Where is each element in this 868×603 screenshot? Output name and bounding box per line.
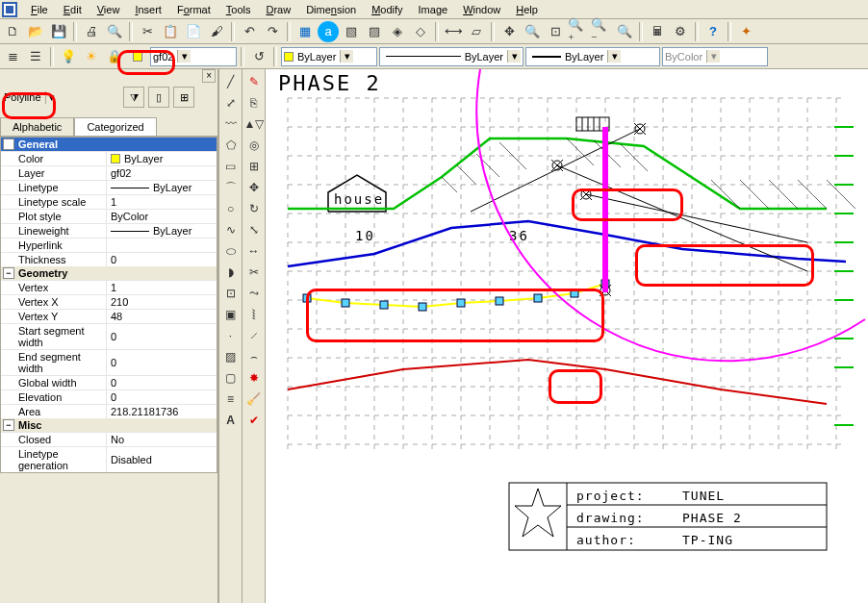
zoom-in-icon[interactable]: 🔍⁺ <box>568 21 589 42</box>
array-icon[interactable]: ⊞ <box>244 158 264 175</box>
tab-alphabetic[interactable]: Alphabetic <box>0 117 74 136</box>
line-black-3[interactable] <box>586 194 807 242</box>
property-row[interactable]: Linetype generationDisabled <box>1 446 217 472</box>
group-general[interactable]: −General <box>1 138 217 151</box>
copy-icon[interactable]: 📋 <box>160 21 181 42</box>
line-icon[interactable]: ╱ <box>221 73 241 90</box>
linetype-combo[interactable]: ByLayer ▾ <box>379 47 523 66</box>
property-row[interactable]: ColorByLayer <box>1 151 217 165</box>
chamfer-icon[interactable]: ⟋ <box>244 327 264 344</box>
move-icon[interactable]: ✥ <box>244 179 264 196</box>
multiline-icon[interactable]: ≡ <box>221 390 241 408</box>
menu-file[interactable]: File <box>23 2 56 17</box>
print-icon[interactable]: 🖨 <box>81 21 102 42</box>
redo-icon[interactable]: ↷ <box>262 21 283 42</box>
area-icon[interactable]: ▱ <box>466 21 487 42</box>
hatch-icon[interactable]: ▨ <box>221 348 241 365</box>
property-row[interactable]: Area218.21181736 <box>1 404 217 418</box>
purge-icon[interactable]: 🧹 <box>244 390 264 408</box>
property-row[interactable]: LineweightByLayer <box>1 223 217 238</box>
insert-block-icon[interactable]: ⊡ <box>221 285 241 302</box>
quick-select-icon[interactable]: ⧩ <box>123 87 144 108</box>
globe-icon[interactable]: a <box>318 21 339 42</box>
property-row[interactable]: Thickness0 <box>1 252 217 266</box>
sun-icon[interactable]: ☀ <box>81 46 102 67</box>
region-icon[interactable]: ▢ <box>221 369 241 387</box>
tool-d-icon[interactable]: ◇ <box>410 21 431 42</box>
property-row[interactable]: LinetypeByLayer <box>1 180 217 194</box>
property-row[interactable]: Global width0 <box>1 375 217 389</box>
xline-icon[interactable]: ⤢ <box>221 94 241 112</box>
layer-combo[interactable]: gf02 ▾ <box>150 47 237 66</box>
menu-help[interactable]: Help <box>508 2 546 17</box>
select-objects-icon[interactable]: ▯ <box>148 87 169 108</box>
property-row[interactable]: ClosedNo <box>1 432 217 446</box>
circle-icon[interactable]: ○ <box>221 200 241 217</box>
erase-icon[interactable]: ✎ <box>244 73 264 90</box>
paste-icon[interactable]: 📄 <box>183 21 204 42</box>
offset-icon[interactable]: ◎ <box>244 137 264 154</box>
copy-obj-icon[interactable]: ⎘ <box>244 94 264 112</box>
menu-edit[interactable]: Edit <box>56 2 89 17</box>
save-icon[interactable]: 💾 <box>48 21 69 42</box>
object-type-combo[interactable]: Polyline ▾ <box>4 91 119 104</box>
match-icon[interactable]: 🖌 <box>206 21 227 42</box>
props-icon[interactable]: ⚙ <box>670 21 691 42</box>
polygon-icon[interactable]: ⬠ <box>221 137 241 154</box>
group-geometry[interactable]: −Geometry <box>1 266 217 280</box>
layer-prev-icon[interactable]: ↺ <box>248 46 269 67</box>
collapse-icon[interactable]: − <box>3 267 14 279</box>
print-preview-icon[interactable]: 🔍 <box>104 21 125 42</box>
dist-icon[interactable]: ⟷ <box>443 21 464 42</box>
pan-icon[interactable]: ✥ <box>498 21 520 42</box>
property-row[interactable]: Plot styleByColor <box>1 209 217 223</box>
text-icon[interactable]: A <box>221 412 241 429</box>
menu-modify[interactable]: Modify <box>364 2 410 17</box>
line-black-2[interactable] <box>557 165 807 271</box>
cut-icon[interactable]: ✂ <box>137 21 158 42</box>
property-row[interactable]: Start segment width0 <box>1 323 217 349</box>
layer-manager-icon[interactable]: ≣ <box>2 46 23 67</box>
extend-icon[interactable]: ⤳ <box>244 285 264 302</box>
close-icon[interactable]: × <box>202 69 216 83</box>
point-icon[interactable]: · <box>221 327 241 344</box>
break-icon[interactable]: ⦚ <box>244 306 264 323</box>
menu-format[interactable]: Format <box>169 2 218 17</box>
ellipse-icon[interactable]: ⬭ <box>221 242 241 260</box>
tool-c-icon[interactable]: ◈ <box>387 21 408 42</box>
undo-icon[interactable]: ↶ <box>239 21 260 42</box>
grid-icon[interactable]: ▦ <box>294 21 316 42</box>
polyline-red[interactable] <box>288 360 827 404</box>
menu-dimension[interactable]: Dimension <box>298 2 364 17</box>
property-row[interactable]: Linetype scale1 <box>1 194 217 209</box>
explode-icon[interactable]: ✸ <box>244 369 264 387</box>
property-row[interactable]: Layergf02 <box>1 165 217 180</box>
ellipse-arc-icon[interactable]: ◗ <box>221 264 241 281</box>
polyline-yellow-selected[interactable] <box>307 284 605 307</box>
layer-color-icon[interactable] <box>127 46 148 67</box>
plotstyle-combo[interactable]: ByColor ▾ <box>662 47 768 66</box>
group-misc[interactable]: −Misc <box>1 418 217 432</box>
pline-icon[interactable]: 〰 <box>221 115 241 133</box>
zoom-ext-icon[interactable]: 🔍 <box>614 21 635 42</box>
lock-icon[interactable]: 🔒 <box>104 46 125 67</box>
menu-image[interactable]: Image <box>411 2 456 17</box>
bulb-icon[interactable]: 💡 <box>58 46 79 67</box>
spline-icon[interactable]: ∿ <box>221 221 241 239</box>
help-icon[interactable]: ? <box>702 21 724 42</box>
scale-icon[interactable]: ⤡ <box>244 221 264 239</box>
extra-icon[interactable]: ✦ <box>735 21 756 42</box>
stretch-icon[interactable]: ↔ <box>244 242 264 260</box>
mirror-icon[interactable]: ▲▽ <box>244 115 264 133</box>
property-row[interactable]: End segment width0 <box>1 349 217 375</box>
zoom-rt-icon[interactable]: 🔍 <box>522 21 543 42</box>
trim-icon[interactable]: ✂ <box>244 264 264 281</box>
calc-icon[interactable]: 🖩 <box>647 21 668 42</box>
zoom-win-icon[interactable]: ⊡ <box>545 21 566 42</box>
rotate-icon[interactable]: ↻ <box>244 200 264 217</box>
menu-window[interactable]: Window <box>455 2 508 17</box>
fillet-icon[interactable]: ⌢ <box>244 348 264 365</box>
color-combo[interactable]: ByLayer ▾ <box>281 47 377 66</box>
zoom-out-icon[interactable]: 🔍⁻ <box>591 21 612 42</box>
menu-insert[interactable]: Insert <box>127 2 169 17</box>
